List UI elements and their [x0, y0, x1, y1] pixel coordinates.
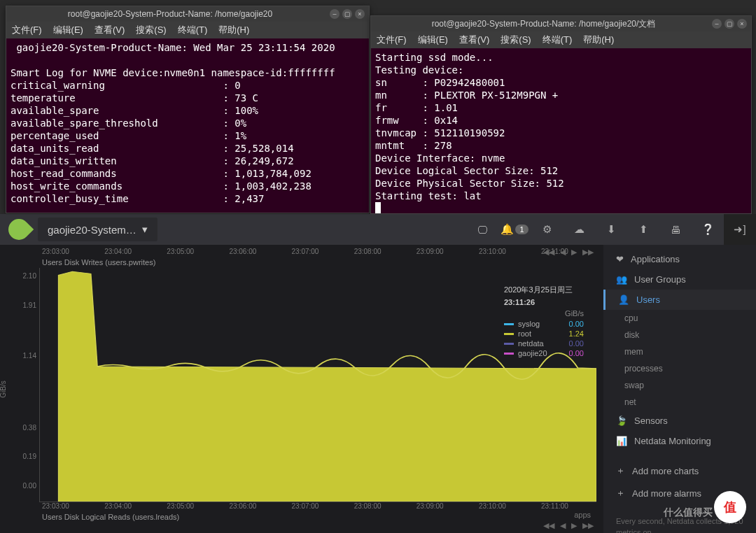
- download-icon[interactable]: ⬇: [595, 214, 627, 245]
- legend-row[interactable]: gaojie200.00: [504, 348, 584, 358]
- legend-row[interactable]: syslog0.00: [504, 319, 584, 329]
- menu-item[interactable]: 搜索(S): [500, 34, 531, 46]
- terminal-1-output[interactable]: gaojie20-System-Product-Name: Wed Mar 25…: [6, 38, 369, 208]
- menu-item[interactable]: 文件(F): [12, 24, 42, 36]
- terminal-1-menubar[interactable]: 文件(F)编辑(E)查看(V)搜索(S)终端(T)帮助(H): [6, 22, 369, 38]
- menu-item[interactable]: 帮助(H): [218, 24, 249, 36]
- netdata-logo-icon: [4, 215, 34, 244]
- legend-swatch: [504, 353, 514, 355]
- terminal-2-output[interactable]: Starting ssd mode... Testing device: sn …: [371, 48, 751, 219]
- netdata-dashboard: gaojie20-System… ▾ 🖵 🔔1 ⚙ ☁ ⬇ ⬆ 🖶 ❔ ➜] 2…: [0, 214, 756, 533]
- terminal-2-menubar[interactable]: 文件(F)编辑(E)查看(V)搜索(S)终端(T)帮助(H): [371, 31, 751, 48]
- sidebar-sub-net[interactable]: net: [603, 394, 756, 411]
- chart-xaxis-top: 23:03:0023:04:0023:05:0023:06:0023:07:00…: [7, 248, 596, 255]
- nav-next-fast-icon[interactable]: ▶▶: [581, 248, 595, 257]
- xtick: 23:04:00: [104, 248, 132, 255]
- legend-name: netdata: [518, 339, 556, 348]
- plus-icon: ＋: [616, 487, 625, 499]
- print-icon[interactable]: 🖶: [659, 214, 692, 245]
- cursor: [375, 202, 381, 213]
- xtick: 23:07:00: [292, 248, 319, 255]
- menu-item[interactable]: 终端(T): [178, 24, 208, 36]
- apps-label: apps: [574, 511, 591, 519]
- cloud-icon[interactable]: ☁: [563, 214, 595, 245]
- close-icon[interactable]: ×: [737, 19, 747, 29]
- sidebar-sub-disk[interactable]: disk: [603, 327, 756, 343]
- legend-row[interactable]: netdata0.00: [504, 339, 584, 348]
- help-icon[interactable]: ❔: [692, 214, 724, 245]
- terminal-1-title: root@gaojie20-System-Product-Name: /home…: [10, 9, 330, 19]
- legend-swatch: [504, 333, 514, 335]
- chart-icon: 📊: [616, 436, 627, 446]
- nav-prev-icon[interactable]: ◀: [559, 521, 567, 530]
- menu-item[interactable]: 查看(V): [94, 24, 125, 36]
- nav-next-icon[interactable]: ▶: [570, 521, 578, 530]
- menu-item[interactable]: 查看(V): [459, 34, 489, 46]
- legend-name: syslog: [518, 320, 556, 328]
- legend-value: 1.24: [560, 329, 584, 338]
- xtick: 23:08:00: [354, 248, 382, 255]
- menu-item[interactable]: 文件(F): [377, 34, 407, 46]
- nav-prev-fast-icon[interactable]: ◀◀: [542, 248, 556, 257]
- menu-item[interactable]: 终端(T): [542, 34, 573, 46]
- nav-next-fast-icon[interactable]: ▶▶: [581, 521, 595, 530]
- close-icon[interactable]: ×: [355, 9, 365, 19]
- chart-nav-bottom[interactable]: ◀◀◀▶▶▶: [542, 521, 595, 530]
- menu-item[interactable]: 编辑(E): [418, 34, 448, 46]
- terminal-1-titlebar[interactable]: root@gaojie20-System-Product-Name: /home…: [6, 6, 369, 22]
- legend-name: root: [518, 329, 556, 338]
- chart-ylabel: GiB/s: [0, 381, 7, 397]
- gear-icon[interactable]: ⚙: [531, 214, 563, 245]
- legend-date: 2020年3月25日周三: [504, 285, 584, 295]
- menu-item[interactable]: 编辑(E): [53, 24, 83, 36]
- sidebar-item-monitoring[interactable]: 📊Netdata Monitoring: [603, 431, 756, 451]
- sidebar-item-applications[interactable]: ❤Applications: [603, 249, 756, 269]
- leaf-icon: 🍃: [616, 415, 627, 426]
- terminal-window-2[interactable]: root@gaojie20-System-Product-Name: /home…: [370, 15, 752, 214]
- maximize-icon[interactable]: ▢: [724, 19, 734, 29]
- chart-nav-top[interactable]: ◀◀◀▶▶▶: [542, 248, 595, 257]
- upload-icon[interactable]: ⬆: [627, 214, 659, 245]
- xtick: 23:05:00: [167, 248, 194, 255]
- chart-xaxis-bottom: 23:03:0023:04:0023:05:0023:06:0023:07:00…: [7, 502, 596, 510]
- ytick: 1.91: [7, 301, 36, 309]
- host-selector[interactable]: gaojie20-System… ▾: [38, 218, 158, 241]
- legend-row[interactable]: root1.24: [504, 329, 584, 339]
- xtick: 23:03:00: [42, 502, 69, 510]
- sidebar-item-sensors[interactable]: 🍃Sensors: [603, 411, 756, 431]
- nav-prev-icon[interactable]: ◀: [559, 248, 567, 257]
- xtick: 23:07:00: [292, 502, 319, 510]
- display-icon[interactable]: 🖵: [466, 214, 498, 245]
- xtick: 23:08:00: [354, 502, 382, 510]
- xtick: 23:10:00: [479, 502, 506, 510]
- plus-icon: ＋: [616, 464, 625, 477]
- terminal-window-1[interactable]: root@gaojie20-System-Product-Name: /home…: [6, 6, 370, 213]
- sidebar-item-usergroups[interactable]: 👥User Groups: [603, 269, 756, 290]
- sidebar-add-charts[interactable]: ＋Add more charts: [603, 460, 756, 482]
- sidebar-sub-cpu[interactable]: cpu: [603, 310, 756, 327]
- menu-item[interactable]: 搜索(S): [136, 24, 166, 36]
- sidebar-sub-swap[interactable]: swap: [603, 377, 756, 394]
- users-icon: 👥: [616, 274, 627, 285]
- alarm-icon[interactable]: 🔔1: [498, 214, 531, 245]
- sidebar-sub-processes[interactable]: processes: [603, 360, 756, 377]
- minimize-icon[interactable]: –: [330, 9, 340, 19]
- watermark-text: 什么值得买: [664, 506, 713, 519]
- menu-item[interactable]: 帮助(H): [583, 34, 614, 46]
- alarm-badge: 1: [515, 225, 528, 234]
- sidebar-sub-mem[interactable]: mem: [603, 343, 756, 360]
- ytick: 0.00: [7, 482, 36, 490]
- sidebar-item-users[interactable]: 👤Users: [603, 290, 756, 310]
- legend-value: 0.00: [560, 320, 584, 328]
- xtick: 23:06:00: [229, 502, 256, 510]
- chart-legend: 2020年3月25日周三 23:11:26 GiB/s syslog0.00ro…: [504, 285, 584, 358]
- terminal-2-titlebar[interactable]: root@gaojie20-System-Product-Name: /home…: [371, 16, 751, 31]
- maximize-icon[interactable]: ▢: [342, 9, 352, 19]
- minimize-icon[interactable]: –: [712, 19, 722, 29]
- legend-unit: GiB/s: [504, 309, 584, 318]
- signin-icon[interactable]: ➜]: [724, 214, 756, 245]
- nav-next-icon[interactable]: ▶: [570, 248, 578, 257]
- netdata-topbar: gaojie20-System… ▾ 🖵 🔔1 ⚙ ☁ ⬇ ⬆ 🖶 ❔ ➜]: [0, 214, 756, 245]
- chart-title: Users Disk Writes (users.pwrites): [7, 255, 596, 268]
- nav-prev-fast-icon[interactable]: ◀◀: [542, 521, 556, 530]
